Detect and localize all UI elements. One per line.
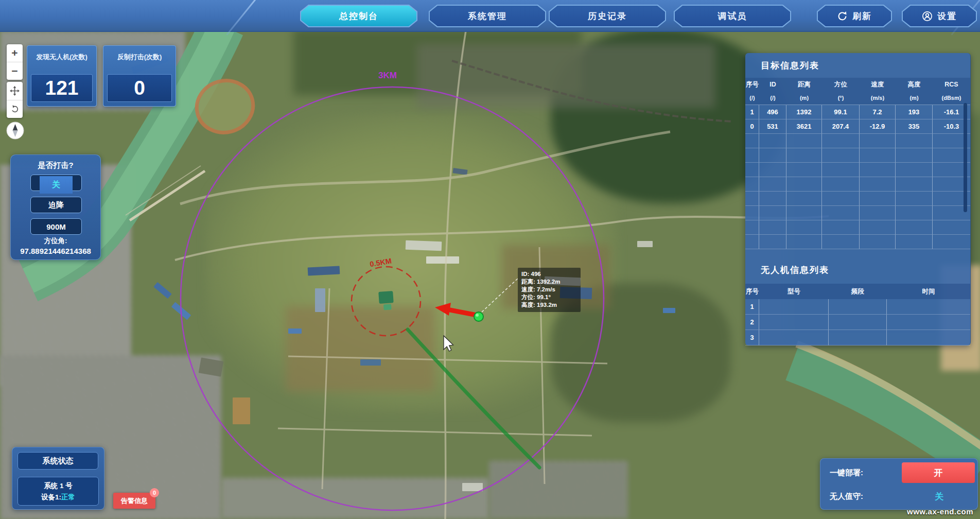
target-row-empty xyxy=(745,192,970,206)
table-cell: 99.1 xyxy=(822,105,860,119)
stat-label: 反制打击(次数) xyxy=(103,53,176,62)
table-cell: 方位 xyxy=(822,78,860,91)
table-cell xyxy=(759,148,786,163)
tooltip-line: ID: 496 xyxy=(521,270,577,278)
table-cell xyxy=(745,134,759,148)
tab-3[interactable]: 历史记录 xyxy=(549,5,666,27)
table-cell: (/) xyxy=(759,91,786,105)
pan-button[interactable] xyxy=(7,82,23,100)
force-landing-button[interactable]: 迫降 xyxy=(30,197,82,213)
table-cell: 2 xyxy=(745,315,759,330)
top-bar: 总控制台系统管理历史记录调试员 刷新 设置 xyxy=(0,0,980,32)
target-row[interactable]: 1496139299.17.2193-16.1 xyxy=(745,105,970,119)
table-cell xyxy=(896,148,933,163)
system-status-panel: 系统状态 系统 1 号 设备1:正常 xyxy=(12,447,104,510)
refresh-icon xyxy=(837,11,848,22)
drone-table-header: 序号型号频段时间 xyxy=(745,284,970,299)
table-cell: 207.4 xyxy=(822,119,860,134)
table-cell: 0 xyxy=(745,119,759,134)
tab-4[interactable]: 调试员 xyxy=(674,5,791,27)
alarm-info-button[interactable]: 告警信息 0 xyxy=(113,493,155,509)
table-cell: 3621 xyxy=(786,119,822,134)
table-cell xyxy=(860,177,896,192)
target-table-body: 1496139299.17.2193-16.105313621207.4-12.… xyxy=(745,105,970,249)
target-row-empty xyxy=(745,163,970,177)
refresh-button[interactable]: 刷新 xyxy=(817,5,892,27)
guard-label: 无人值守: xyxy=(830,492,863,501)
table-cell xyxy=(829,299,887,315)
table-cell xyxy=(822,148,860,163)
range-button[interactable]: 900M xyxy=(30,218,82,235)
table-cell xyxy=(745,148,759,163)
table-cell xyxy=(933,235,970,249)
table-cell xyxy=(786,163,822,177)
drone-row[interactable]: 1 xyxy=(745,299,970,315)
table-cell xyxy=(860,134,896,148)
table-cell xyxy=(759,315,829,330)
table-cell xyxy=(745,220,759,235)
drone-row[interactable]: 3 xyxy=(745,330,970,345)
table-cell: 距离 xyxy=(786,78,822,91)
table-cell: 496 xyxy=(759,105,786,119)
target-row-empty xyxy=(745,148,970,163)
deploy-panel: 一键部署: 开 无人值守: 关 xyxy=(820,458,978,510)
table-cell: 速度 xyxy=(860,78,896,91)
tab-2[interactable]: 系统管理 xyxy=(429,5,546,27)
map-roads xyxy=(175,31,829,519)
settings-button[interactable]: 设置 xyxy=(902,5,977,27)
table-cell: 型号 xyxy=(759,284,829,299)
tab-label: 调试员 xyxy=(718,10,747,22)
table-cell: 335 xyxy=(896,119,933,134)
panel-scrollbar[interactable] xyxy=(964,103,967,212)
table-cell xyxy=(822,163,860,177)
watermark: www.ax-end.com xyxy=(907,507,973,516)
table-cell xyxy=(745,206,759,220)
table-cell xyxy=(896,220,933,235)
table-cell: (m/s) xyxy=(860,91,896,105)
zoom-out-button[interactable]: − xyxy=(7,62,23,80)
table-cell: 531 xyxy=(759,119,786,134)
table-cell xyxy=(759,134,786,148)
table-cell xyxy=(786,220,822,235)
table-cell xyxy=(896,206,933,220)
guard-toggle-value[interactable]: 关 xyxy=(935,491,943,503)
table-cell xyxy=(896,163,933,177)
rotate-button[interactable] xyxy=(7,100,23,118)
table-cell: 频段 xyxy=(829,284,887,299)
table-cell xyxy=(860,148,896,163)
system-name: 系统 1 号 xyxy=(18,481,98,491)
table-cell: ID xyxy=(759,78,786,91)
table-cell xyxy=(759,177,786,192)
table-cell: -12.9 xyxy=(860,119,896,134)
strike-toggle-state[interactable]: 关 xyxy=(40,176,73,194)
table-cell xyxy=(759,299,829,315)
stat-value-box: 121 xyxy=(31,74,93,102)
pan-icon xyxy=(10,86,20,96)
strike-panel: 是否打击? 关 迫降 900M 方位角: 97.88921446214368 xyxy=(10,154,101,260)
table-cell: 1 xyxy=(745,105,759,119)
compass-control[interactable] xyxy=(6,122,24,140)
table-cell xyxy=(829,315,887,330)
table-cell: 1 xyxy=(745,299,759,315)
drone-row[interactable]: 2 xyxy=(745,315,970,330)
target-row[interactable]: 05313621207.4-12.9335-10.3 xyxy=(745,119,970,134)
zoom-in-button[interactable]: + xyxy=(7,44,23,62)
table-cell xyxy=(786,206,822,220)
table-cell xyxy=(829,330,887,345)
table-cell xyxy=(759,220,786,235)
tab-1[interactable]: 总控制台 xyxy=(300,5,417,27)
table-cell xyxy=(933,220,970,235)
target-row-empty xyxy=(745,235,970,249)
table-cell xyxy=(786,177,822,192)
deploy-toggle-button[interactable]: 开 xyxy=(902,462,975,483)
target-row-empty xyxy=(745,206,970,220)
stat-drones-found: 发现无人机(次数) 121 xyxy=(27,45,97,107)
strike-toggle[interactable]: 关 xyxy=(30,175,82,191)
target-dot[interactable] xyxy=(474,312,483,321)
drone-control-app: 3KM 0.5KM ID: 496距离: 1392.2m速度: 7.2m/s方位… xyxy=(0,0,980,519)
target-table-header: 序号ID距离方位速度高度RCS(/)(/)(m)(°)(m/s)(m)(dBsm… xyxy=(745,78,970,105)
table-cell xyxy=(887,315,970,330)
tooltip-line: 距离: 1392.2m xyxy=(521,278,577,286)
table-cell: 高度 xyxy=(896,78,933,91)
stat-value: 121 xyxy=(45,77,78,99)
